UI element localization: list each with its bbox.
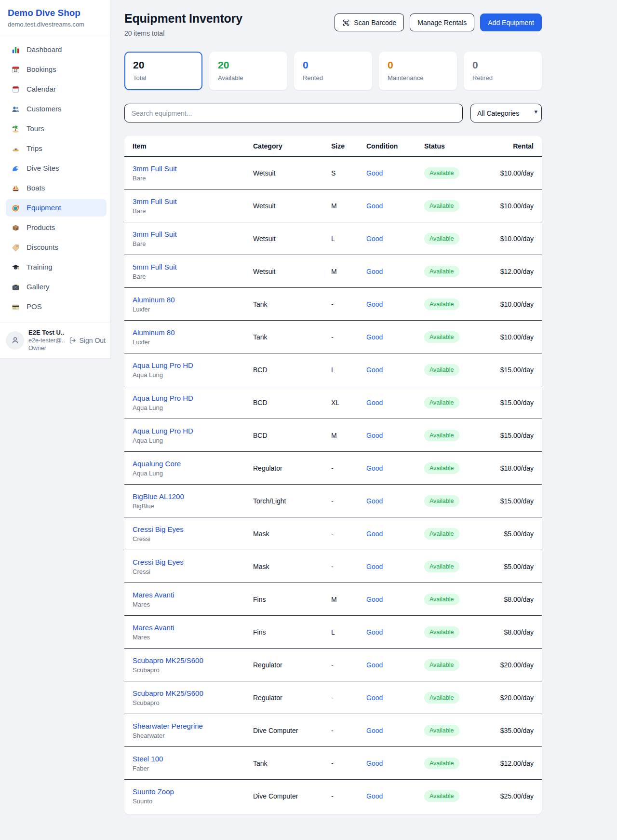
search-input[interactable] bbox=[124, 104, 463, 122]
sidebar-item-label: POS bbox=[27, 302, 42, 311]
condition-link[interactable]: Good bbox=[366, 300, 424, 308]
item-link[interactable]: Suunto Zoop bbox=[133, 787, 253, 796]
item-size: M bbox=[331, 268, 366, 275]
condition-link[interactable]: Good bbox=[366, 268, 424, 275]
condition-link[interactable]: Good bbox=[366, 661, 424, 669]
stat-card-retired[interactable]: 0 Retired bbox=[464, 52, 542, 90]
item-brand: Bare bbox=[133, 207, 253, 215]
item-link[interactable]: Shearwater Peregrine bbox=[133, 722, 253, 730]
rental-value: $20.00/day bbox=[496, 694, 534, 702]
condition-link[interactable]: Good bbox=[366, 596, 424, 603]
item-category: Tank bbox=[253, 759, 331, 767]
stat-card-available[interactable]: 20 Available bbox=[209, 52, 287, 90]
sidebar-item-customers[interactable]: Customers bbox=[6, 100, 107, 118]
item-link[interactable]: Mares Avanti bbox=[133, 623, 253, 632]
item-link[interactable]: Aluminum 80 bbox=[133, 296, 253, 304]
barcode-scan-icon bbox=[342, 19, 350, 27]
status-cell: Available bbox=[424, 200, 496, 212]
item-size: - bbox=[331, 563, 366, 570]
header-actions: Scan Barcode Manage Rentals Add Equipmen… bbox=[335, 14, 542, 31]
condition-link[interactable]: Good bbox=[366, 432, 424, 439]
user-info: E2E Test U... e2e-tester@... Owner bbox=[28, 329, 65, 352]
main-content: Equipment Inventory 20 items total Scan … bbox=[111, 0, 617, 831]
add-equipment-button[interactable]: Add Equipment bbox=[480, 14, 542, 31]
item-brand: Faber bbox=[133, 765, 253, 772]
condition-link[interactable]: Good bbox=[366, 530, 424, 538]
item-link[interactable]: 3mm Full Suit bbox=[133, 164, 253, 173]
category-select[interactable]: All Categories bbox=[470, 104, 542, 122]
item-brand: Bare bbox=[133, 240, 253, 247]
status-badge: Available bbox=[424, 397, 459, 408]
item-link[interactable]: Mares Avanti bbox=[133, 591, 253, 599]
item-link[interactable]: Aqua Lung Pro HD bbox=[133, 394, 253, 402]
condition-link[interactable]: Good bbox=[366, 563, 424, 570]
sign-out-button[interactable]: Sign Out bbox=[69, 337, 106, 344]
sidebar-item-training[interactable]: Training bbox=[6, 258, 107, 276]
brand-link[interactable]: Demo Dive Shop bbox=[8, 8, 103, 18]
sidebar-item-trips[interactable]: Trips bbox=[6, 140, 107, 157]
sidebar-item-gallery[interactable]: Gallery bbox=[6, 278, 107, 296]
item-category: Wetsuit bbox=[253, 268, 331, 275]
sidebar-item-dashboard[interactable]: Dashboard bbox=[6, 41, 107, 58]
manage-rentals-button[interactable]: Manage Rentals bbox=[410, 14, 474, 31]
item-size: - bbox=[331, 300, 366, 308]
stat-card-rented[interactable]: 0 Rented bbox=[294, 52, 372, 90]
condition-link[interactable]: Good bbox=[366, 399, 424, 406]
item-link[interactable]: Aqua Lung Pro HD bbox=[133, 361, 253, 369]
stat-card-total[interactable]: 20 Total bbox=[124, 52, 202, 90]
item-link[interactable]: BigBlue AL1200 bbox=[133, 492, 253, 501]
sidebar-item-label: Dashboard bbox=[27, 45, 62, 54]
item-brand: Suunto bbox=[133, 798, 253, 805]
condition-link[interactable]: Good bbox=[366, 792, 424, 800]
status-cell: Available bbox=[424, 758, 496, 769]
sailboat-icon bbox=[11, 184, 20, 192]
status-cell: Available bbox=[424, 725, 496, 736]
item-link[interactable]: 5mm Full Suit bbox=[133, 263, 253, 271]
condition-link[interactable]: Good bbox=[366, 333, 424, 341]
grad-cap-icon bbox=[11, 263, 20, 271]
status-badge: Available bbox=[424, 430, 459, 441]
status-cell: Available bbox=[424, 266, 496, 277]
condition-link[interactable]: Good bbox=[366, 464, 424, 472]
sidebar-item-boats[interactable]: Boats bbox=[6, 179, 107, 197]
sidebar-item-label: Calendar bbox=[27, 85, 56, 94]
condition-link[interactable]: Good bbox=[366, 169, 424, 177]
status-cell: Available bbox=[424, 528, 496, 540]
sidebar-item-discounts[interactable]: Discounts bbox=[6, 239, 107, 256]
item-brand: Bare bbox=[133, 175, 253, 182]
condition-link[interactable]: Good bbox=[366, 628, 424, 636]
condition-link[interactable]: Good bbox=[366, 235, 424, 243]
item-category: Wetsuit bbox=[253, 235, 331, 243]
item-category: Fins bbox=[253, 596, 331, 603]
item-link[interactable]: Cressi Big Eyes bbox=[133, 558, 253, 566]
sidebar-item-products[interactable]: Products bbox=[6, 219, 107, 236]
condition-link[interactable]: Good bbox=[366, 759, 424, 767]
sidebar-item-pos[interactable]: POS bbox=[6, 298, 107, 315]
item-link[interactable]: Steel 100 bbox=[133, 755, 253, 763]
condition-link[interactable]: Good bbox=[366, 497, 424, 505]
item-link[interactable]: Aqua Lung Pro HD bbox=[133, 427, 253, 435]
condition-link[interactable]: Good bbox=[366, 694, 424, 702]
stat-label: Maintenance bbox=[388, 74, 448, 81]
sidebar-item-calendar[interactable]: Calendar bbox=[6, 81, 107, 98]
table-row: 3mm Full Suit Bare Wetsuit M Good Availa… bbox=[124, 190, 542, 222]
sidebar-item-dive-sites[interactable]: Dive Sites bbox=[6, 160, 107, 177]
stat-card-maintenance[interactable]: 0 Maintenance bbox=[379, 52, 457, 90]
item-link[interactable]: Aqualung Core bbox=[133, 460, 253, 468]
scan-barcode-button[interactable]: Scan Barcode bbox=[335, 14, 404, 31]
condition-link[interactable]: Good bbox=[366, 727, 424, 734]
rental-value: $10.00/day bbox=[496, 333, 534, 341]
condition-link[interactable]: Good bbox=[366, 366, 424, 374]
sidebar-item-label: Gallery bbox=[27, 283, 50, 291]
item-link[interactable]: Scubapro MK25/S600 bbox=[133, 656, 253, 664]
sidebar-item-tours[interactable]: Tours bbox=[6, 120, 107, 137]
condition-link[interactable]: Good bbox=[366, 202, 424, 210]
sidebar-item-bookings[interactable]: 17 Bookings bbox=[6, 61, 107, 78]
item-link[interactable]: 3mm Full Suit bbox=[133, 230, 253, 238]
sidebar-item-equipment[interactable]: Equipment bbox=[6, 199, 107, 217]
item-link[interactable]: Scubapro MK25/S600 bbox=[133, 689, 253, 697]
item-link[interactable]: Cressi Big Eyes bbox=[133, 525, 253, 533]
item-link[interactable]: 3mm Full Suit bbox=[133, 197, 253, 205]
item-link[interactable]: Aluminum 80 bbox=[133, 328, 253, 337]
stat-label: Rented bbox=[303, 74, 363, 81]
